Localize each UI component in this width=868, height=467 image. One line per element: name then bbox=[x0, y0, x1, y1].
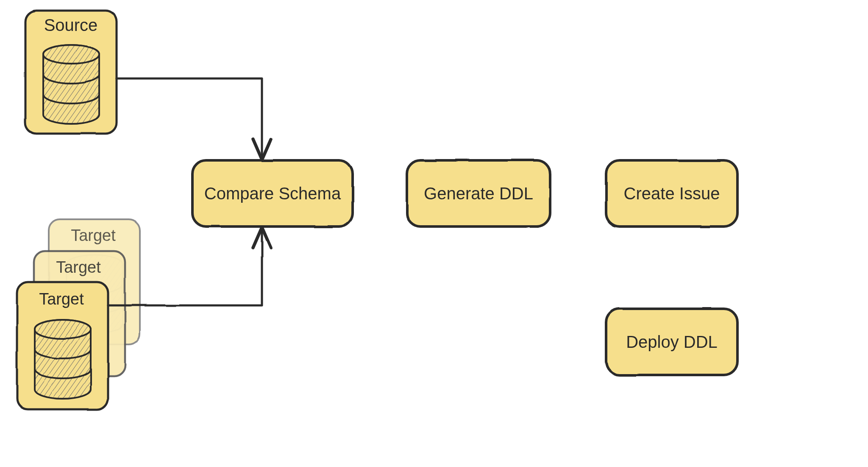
label-source: Source bbox=[44, 16, 98, 34]
label-deploy-ddl: Deploy DDL bbox=[626, 333, 718, 351]
label-generate-ddl: Generate DDL bbox=[424, 184, 533, 203]
label-compare-schema: Compare Schema bbox=[204, 184, 341, 203]
label-target-front: Target bbox=[39, 290, 84, 308]
svg-point-13 bbox=[35, 320, 91, 338]
svg-point-6 bbox=[43, 45, 99, 64]
label-target-back2: Target bbox=[56, 258, 101, 276]
label-create-issue: Create Issue bbox=[624, 184, 720, 203]
database-icon bbox=[35, 320, 91, 399]
database-icon bbox=[43, 45, 99, 124]
diagram-canvas: Source Target Target Targ bbox=[0, 0, 868, 467]
edge-source-to-compare bbox=[117, 78, 262, 157]
label-target-back1: Target bbox=[71, 227, 116, 244]
